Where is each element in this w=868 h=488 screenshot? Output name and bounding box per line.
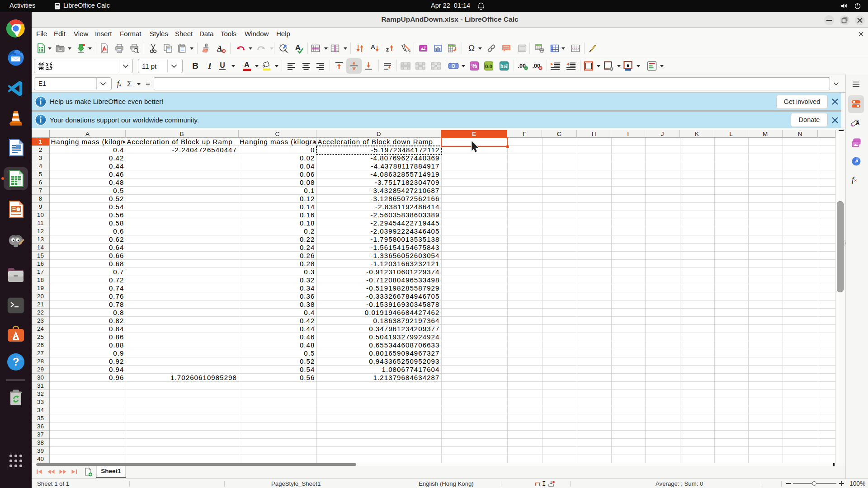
svg-text:U: U: [220, 61, 225, 69]
svg-text:15: 15: [501, 64, 507, 69]
svg-text:A: A: [244, 61, 250, 69]
svg-text:A: A: [855, 120, 860, 127]
svg-text:0.0: 0.0: [485, 64, 492, 69]
svg-text:I: I: [208, 61, 212, 70]
svg-text:A: A: [371, 43, 375, 50]
svg-text:B: B: [192, 61, 198, 70]
svg-text:z: z: [386, 46, 389, 53]
svg-text:%: %: [472, 62, 477, 70]
svg-text:A: A: [295, 43, 301, 52]
svg-text:Ω: Ω: [468, 43, 475, 53]
svg-text:?: ?: [13, 356, 19, 368]
svg-text:A: A: [217, 44, 222, 52]
